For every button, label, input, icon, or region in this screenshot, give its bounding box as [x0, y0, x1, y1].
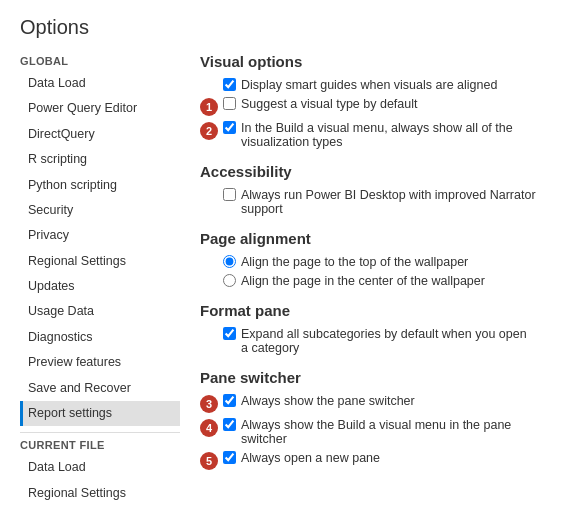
sidebar-item-python-scripting[interactable]: Python scripting	[20, 173, 180, 198]
option-label-ps1[interactable]: Always show the pane switcher	[223, 394, 415, 408]
page-title: Options	[20, 16, 541, 39]
sidebar-item-report-settings[interactable]: Report settings	[20, 401, 180, 426]
option-row-vo2: 1Suggest a visual type by default	[200, 97, 537, 116]
option-label-vo1[interactable]: Display smart guides when visuals are al…	[223, 78, 497, 92]
sidebar-divider	[20, 432, 180, 433]
option-text-fp1: Expand all subcategories by default when…	[241, 327, 537, 355]
option-row-vo3: 2In the Build a visual menu, always show…	[200, 121, 537, 149]
option-row-ac1: Always run Power BI Desktop with improve…	[200, 188, 537, 216]
option-input-vo2[interactable]	[223, 97, 236, 110]
option-label-pa2[interactable]: Align the page in the center of the wall…	[223, 274, 485, 288]
option-input-vo1[interactable]	[223, 78, 236, 91]
option-input-pa1[interactable]	[223, 255, 236, 268]
option-row-pa1: Align the page to the top of the wallpap…	[200, 255, 537, 269]
sidebar-item-data-load[interactable]: Data Load	[20, 71, 180, 96]
option-row-ps1: 3Always show the pane switcher	[200, 394, 537, 413]
option-input-fp1[interactable]	[223, 327, 236, 340]
sidebar: GLOBAL Data LoadPower Query EditorDirect…	[20, 53, 180, 506]
sidebar-item-usage-data[interactable]: Usage Data	[20, 299, 180, 324]
sidebar-item-regional-settings[interactable]: Regional Settings	[20, 249, 180, 274]
option-label-ac1[interactable]: Always run Power BI Desktop with improve…	[223, 188, 537, 216]
option-row-fp1: Expand all subcategories by default when…	[200, 327, 537, 355]
content-panel: Visual options Display smart guides when…	[180, 53, 541, 506]
option-label-vo2[interactable]: Suggest a visual type by default	[223, 97, 418, 111]
option-row-ps2: 4Always show the Build a visual menu in …	[200, 418, 537, 446]
current-file-items-list: Data LoadRegional Settings	[20, 455, 180, 506]
badge-4: 4	[200, 419, 218, 437]
pane-switcher-rows: 3Always show the pane switcher4Always sh…	[200, 394, 537, 470]
option-input-ps3[interactable]	[223, 451, 236, 464]
option-row-pa2: Align the page in the center of the wall…	[200, 274, 537, 288]
visual-options-title: Visual options	[200, 53, 537, 70]
option-text-ps1: Always show the pane switcher	[241, 394, 415, 408]
badge-5: 5	[200, 452, 218, 470]
page-alignment-title: Page alignment	[200, 230, 537, 247]
options-dialog: Options GLOBAL Data LoadPower Query Edit…	[0, 0, 561, 513]
global-section-label: GLOBAL	[20, 55, 180, 67]
sidebar-item-data-load[interactable]: Data Load	[20, 455, 180, 480]
sidebar-item-security[interactable]: Security	[20, 198, 180, 223]
sidebar-item-privacy[interactable]: Privacy	[20, 223, 180, 248]
sidebar-item-preview-features[interactable]: Preview features	[20, 350, 180, 375]
sidebar-item-r-scripting[interactable]: R scripting	[20, 147, 180, 172]
option-text-ps2: Always show the Build a visual menu in t…	[241, 418, 537, 446]
sidebar-item-diagnostics[interactable]: Diagnostics	[20, 325, 180, 350]
option-text-vo1: Display smart guides when visuals are al…	[241, 78, 497, 92]
option-text-ps3: Always open a new pane	[241, 451, 380, 465]
option-text-vo2: Suggest a visual type by default	[241, 97, 418, 111]
option-label-pa1[interactable]: Align the page to the top of the wallpap…	[223, 255, 468, 269]
visual-options-rows: Display smart guides when visuals are al…	[200, 78, 537, 149]
option-text-ac1: Always run Power BI Desktop with improve…	[241, 188, 537, 216]
page-alignment-rows: Align the page to the top of the wallpap…	[200, 255, 537, 288]
sidebar-item-power-query-editor[interactable]: Power Query Editor	[20, 96, 180, 121]
format-pane-title: Format pane	[200, 302, 537, 319]
format-pane-rows: Expand all subcategories by default when…	[200, 327, 537, 355]
badge-1: 1	[200, 98, 218, 116]
option-label-ps2[interactable]: Always show the Build a visual menu in t…	[223, 418, 537, 446]
option-label-fp1[interactable]: Expand all subcategories by default when…	[223, 327, 537, 355]
option-input-vo3[interactable]	[223, 121, 236, 134]
option-label-ps3[interactable]: Always open a new pane	[223, 451, 380, 465]
accessibility-title: Accessibility	[200, 163, 537, 180]
sidebar-item-directquery[interactable]: DirectQuery	[20, 122, 180, 147]
accessibility-rows: Always run Power BI Desktop with improve…	[200, 188, 537, 216]
option-label-vo3[interactable]: In the Build a visual menu, always show …	[223, 121, 537, 149]
badge-3: 3	[200, 395, 218, 413]
sidebar-item-updates[interactable]: Updates	[20, 274, 180, 299]
option-text-pa2: Align the page in the center of the wall…	[241, 274, 485, 288]
sidebar-item-save-and-recover[interactable]: Save and Recover	[20, 376, 180, 401]
main-layout: GLOBAL Data LoadPower Query EditorDirect…	[20, 53, 541, 506]
pane-switcher-title: Pane switcher	[200, 369, 537, 386]
global-items-list: Data LoadPower Query EditorDirectQueryR …	[20, 71, 180, 426]
sidebar-item-regional-settings[interactable]: Regional Settings	[20, 481, 180, 506]
badge-2: 2	[200, 122, 218, 140]
option-text-pa1: Align the page to the top of the wallpap…	[241, 255, 468, 269]
option-input-pa2[interactable]	[223, 274, 236, 287]
option-row-ps3: 5Always open a new pane	[200, 451, 537, 470]
option-row-vo1: Display smart guides when visuals are al…	[200, 78, 537, 92]
current-file-section-label: CURRENT FILE	[20, 439, 180, 451]
option-text-vo3: In the Build a visual menu, always show …	[241, 121, 537, 149]
option-input-ps1[interactable]	[223, 394, 236, 407]
option-input-ps2[interactable]	[223, 418, 236, 431]
option-input-ac1[interactable]	[223, 188, 236, 201]
